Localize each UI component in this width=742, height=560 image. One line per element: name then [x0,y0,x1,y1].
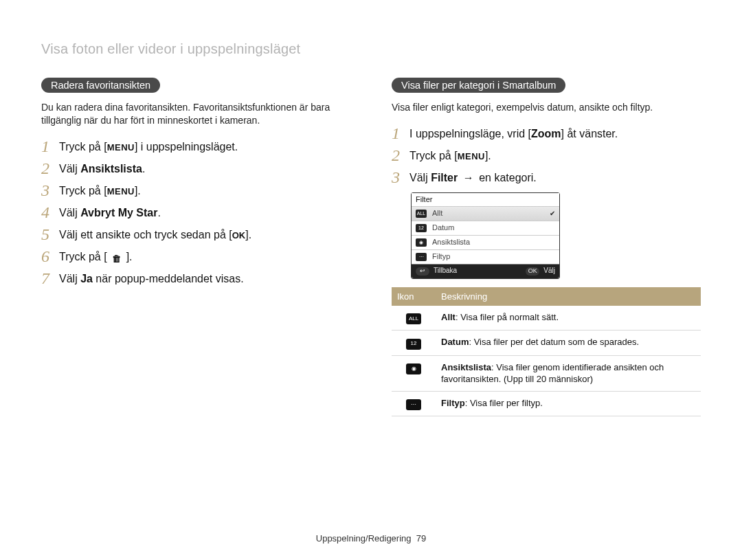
two-column-layout: Radera favoritansikten Du kan radera din… [41,78,701,416]
icon-description-table: Ikon Beskrivning ALL Allt: Visa filer på… [392,287,701,416]
steps-list-right: I uppspelningsläge, vrid [Zoom] åt vänst… [392,126,701,186]
ok-keyword: OK [232,230,246,240]
step-2: Tryck på [MENU]. [392,148,701,164]
step-3: Tryck på [MENU]. [41,183,350,199]
menu-keyword: MENU [107,142,135,153]
step-7: Välj Ja när popup-meddelandet visas. [41,271,350,287]
steps-list-left: Tryck på [MENU] i uppspelningsläget. Väl… [41,139,350,287]
page-footer: Uppspelning/Redigering 79 [0,533,742,544]
table-row: ◉ Ansiktslista: Visa filer genom identif… [392,355,701,391]
intro-paragraph-right: Visa filer enligt kategori, exempelvis d… [392,101,701,114]
cam-title: Filter [412,193,559,206]
film-icon: ⋯ [416,253,427,261]
cam-row-filetype: ⋯ Filtyp [412,249,559,264]
all-icon: ALL [406,313,421,324]
cam-row-date: 12 Datum [412,221,559,235]
table-row: 12 Datum: Visa filer per det datum som d… [392,331,701,355]
menu-keyword: MENU [107,186,135,197]
section-pill-smartalbum: Visa filer per kategori i Smartalbum [392,78,565,93]
intro-paragraph: Du kan radera dina favoritansikten. Favo… [41,101,350,127]
step-5: Välj ett ansikte och tryck sedan på [OK]… [41,227,350,243]
back-icon: ↩ [416,267,429,276]
cam-bottom-bar: ↩ Tillbaka OK Välj [412,265,559,278]
step-2: Välj Ansiktslista. [41,161,350,177]
face-icon: ◉ [406,363,421,374]
film-icon: ⋯ [406,399,421,410]
table-header-row: Ikon Beskrivning [392,287,701,306]
all-icon: ALL [416,210,427,218]
ok-icon: OK [526,267,539,276]
manual-page: Visa foton eller videor i uppspelningslä… [0,0,742,560]
left-column: Radera favoritansikten Du kan radera din… [41,78,350,416]
step-1: Tryck på [MENU] i uppspelningsläget. [41,139,350,155]
cam-row-all: ALL Allt [412,206,559,221]
col-description: Beskrivning [436,287,701,306]
check-icon [550,210,555,217]
calendar-icon: 12 [416,224,427,232]
face-icon: ◉ [416,238,427,247]
camera-ui-mock: Filter ALL Allt 12 Datum ◉ Ansiktslista [411,192,560,279]
table-row: ALL Allt: Visa filer på normalt sätt. [392,306,701,331]
menu-keyword: MENU [458,151,485,161]
section-pill-delete-favorites: Radera favoritansikten [41,78,160,93]
trash-icon [107,254,126,264]
calendar-icon: 12 [406,339,421,350]
right-column: Visa filer per kategori i Smartalbum Vis… [392,78,701,416]
page-title: Visa foton eller videor i uppspelningslä… [41,41,701,57]
col-icon: Ikon [392,287,436,306]
step-6: Tryck på []. [41,249,350,265]
cam-row-face: ◉ Ansiktslista [412,235,559,249]
arrow-icon: → [458,172,479,183]
step-1: I uppspelningsläge, vrid [Zoom] åt vänst… [392,126,701,142]
step-4: Välj Avbryt My Star. [41,205,350,221]
table-row: ⋯ Filtyp: Visa filer per filtyp. [392,391,701,416]
step-3: Välj Filter → en kategori. [392,170,701,186]
